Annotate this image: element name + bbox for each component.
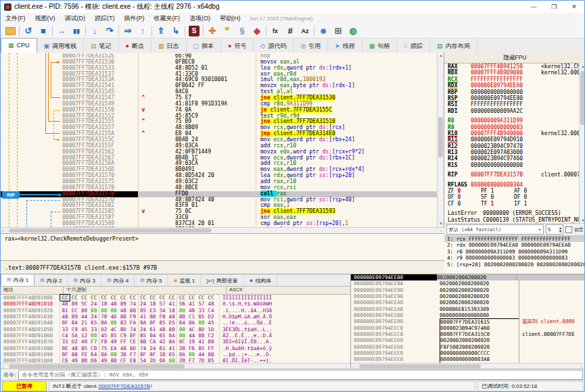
dump-tab-内存 3[interactable]: ▤内存 3: [68, 275, 101, 286]
restart-icon[interactable]: ↺: [21, 24, 36, 38]
menu-item[interactable]: 帮助(H): [215, 14, 245, 23]
stack-row[interactable]: 000000E09794EE880020002000200020: [351, 280, 585, 287]
argument-row[interactable]: 3: r8 000000009A311D99 000000009A311D99: [444, 249, 585, 255]
globe-icon[interactable]: ◍: [346, 24, 360, 38]
register-row-RAX[interactable]: RAX00007FFF4B941250<kernel32.Chec: [444, 64, 585, 70]
stack-row[interactable]: 000000E09794EED00020002000200020: [351, 337, 585, 343]
highlight-az-icon[interactable]: Az: [298, 24, 312, 38]
stack-row[interactable]: 000000E09794EEE800000000000003A8: [351, 356, 585, 362]
dump-row[interactable]: 00007FFF4BD91060C45A12004585C90F8504650A…: [1, 333, 350, 339]
trace-into-icon[interactable]: ↳: [168, 24, 183, 38]
dump-tab-内存 2[interactable]: ▤内存 2: [34, 275, 68, 286]
menu-item[interactable]: 调试(D): [60, 14, 91, 23]
register-row-RBP[interactable]: RBP0000000000000000: [444, 89, 585, 95]
argument-row[interactable]: 5: [rsp+20] 0020002000200020 00200020002…: [444, 262, 585, 268]
stack-row[interactable]: 000000E09794EE980020002000200020: [351, 293, 585, 299]
maximize-button[interactable]: ❒: [544, 1, 564, 13]
flags-row[interactable]: CF 0TF 1IF 1: [444, 201, 585, 207]
person-icon[interactable]: ☻: [316, 24, 331, 38]
stack-row[interactable]: 000000E09794EEC800007FF7DEA315C0client.0…: [351, 331, 585, 337]
step-over-icon[interactable]: ↷: [102, 24, 117, 38]
flag-OF[interactable]: OF 0: [444, 194, 477, 200]
close-button[interactable]: ✕: [564, 1, 584, 13]
dump-row[interactable]: 00007FFF4BD910800E4885C075EA488D74246141…: [1, 345, 350, 351]
register-row-R14[interactable]: R140000023B94C97460: [444, 155, 585, 162]
step-into-icon[interactable]: ↓: [87, 24, 102, 38]
stack-row[interactable]: 000000E09794EEE0000000000000CCCC: [351, 350, 585, 356]
tab-跟踪[interactable]: ∴跟踪: [397, 39, 430, 53]
menu-item[interactable]: 文件(F): [1, 14, 30, 23]
flag-PF[interactable]: PF 1: [477, 188, 511, 194]
disasm-hscrollbar[interactable]: ‹ ›: [1, 227, 444, 233]
tab-符号[interactable]: ●符号: [221, 39, 254, 53]
menu-item[interactable]: 选项(O): [185, 14, 215, 23]
dump-row[interactable]: 00007FFF4BD9105033C94533D24C8D742461488B…: [1, 326, 350, 333]
register-row-RSI[interactable]: RSIFFFFFFFFFFFFFFFF: [444, 101, 585, 107]
disasm-vscrollbar[interactable]: ▲ ▼: [437, 53, 444, 227]
register-row-R13[interactable]: R13000002E097AB3000: [444, 149, 585, 155]
register-row-RCX[interactable]: RCXFFFFFFFFFFFFFFFF: [444, 76, 585, 82]
hash-icon[interactable]: #: [283, 24, 298, 38]
patches-icon[interactable]: ✚: [205, 24, 220, 38]
stack-row[interactable]: 000000E09794EED8F8F5002000200020: [351, 344, 585, 350]
tab-源代码[interactable]: ◇源代码: [254, 39, 294, 53]
register-row-RIP[interactable]: RIP00007FF7DEA3157Bclient.00007F: [444, 172, 585, 178]
pause-icon[interactable]: ▮▮: [69, 24, 84, 38]
dump-tab-局部变量[interactable]: [x=]局部变量: [201, 275, 243, 286]
dump-row[interactable]: 00007FFF4BD910900F88FE640A003BF70F8F1B65…: [1, 351, 350, 358]
menu-item[interactable]: 跟踪(T): [90, 14, 120, 23]
tab-调用堆栈[interactable]: ▣调用堆栈: [37, 39, 85, 53]
dump-tab-结构体[interactable]: ◈结构体: [244, 275, 277, 286]
dump-col-ascii[interactable]: ASCII: [227, 287, 243, 294]
dump-row[interactable]: 00007FFF4BD91000CCCCCCCCCCCCCCCCCCCCCCCC…: [1, 295, 350, 301]
stack-row[interactable]: 000000E09794EEC00000023B94C97460: [351, 325, 585, 331]
flags-row[interactable]: ZF 0PF 1AF 0: [444, 188, 585, 194]
step-out-icon[interactable]: ↑: [135, 24, 150, 38]
dump-tab-监视 1[interactable]: ◉监视 1: [168, 275, 201, 286]
register-row-RSP[interactable]: RSP000000E09794EE80: [444, 95, 585, 101]
scylla-icon[interactable]: S: [187, 24, 202, 38]
dump-row[interactable]: 00007FFF4BD9102081EC80000000488B05E33418…: [1, 308, 350, 314]
magic-eraser-icon[interactable]: ◆: [250, 24, 264, 38]
flag-CF[interactable]: CF 0: [444, 201, 477, 207]
stack-row[interactable]: 000000E09794EEA00020002000200020: [351, 299, 585, 305]
flag-IF[interactable]: IF 1: [511, 201, 544, 207]
menu-item[interactable]: 视图(V): [30, 14, 60, 23]
comments-icon[interactable]: ❞: [220, 24, 235, 38]
stack-row[interactable]: 000000E09794EE900020002000200020: [351, 287, 585, 293]
flags-row[interactable]: OF 0SF 0DF 0: [444, 194, 585, 200]
run-icon[interactable]: →: [54, 24, 69, 38]
breakpoint-address-link[interactable]: 00007FF7DEA3157B: [99, 383, 150, 389]
flag-AF[interactable]: AF 0: [511, 188, 544, 194]
register-row-RFLAGS[interactable]: RFLAGS0000000000000304: [444, 182, 585, 188]
dump-col-address[interactable]: 地址: [1, 287, 64, 294]
dump-tab-内存 5[interactable]: ▤内存 5: [135, 275, 168, 286]
flag-SF[interactable]: SF 0: [477, 194, 511, 200]
menu-item[interactable]: 插件(P): [120, 14, 149, 23]
command-input[interactable]: [18, 370, 583, 380]
stop-icon[interactable]: ■: [36, 24, 51, 38]
dump-row[interactable]: 00007FFF4BD910400F8421650A0083FA0A0F85D5…: [1, 320, 350, 326]
argument-row[interactable]: 4: r9 0000000000000083 0000000000000083: [444, 255, 585, 261]
tab-CPU[interactable]: ▦CPU: [1, 38, 37, 53]
dump-pane[interactable]: ▤内存 1▤内存 2▤内存 3▤内存 4▤内存 5◉监视 1[x=]局部变量◈结…: [1, 274, 351, 369]
dump-row[interactable]: 00007FFF4BD9101048895C241048897424185741…: [1, 301, 350, 307]
tab-脚本[interactable]: ▢脚本: [187, 39, 222, 53]
calculator-icon[interactable]: ⊞: [331, 24, 346, 38]
lock-checkbox[interactable]: [565, 226, 572, 233]
tab-引用[interactable]: ◎引用: [294, 39, 328, 53]
flag-ZF[interactable]: ZF 0: [444, 188, 477, 194]
calling-convention-select[interactable]: 默认 (x64 fastcall)▾: [446, 224, 544, 235]
expression-fx-icon[interactable]: fx: [268, 24, 283, 38]
stack-row[interactable]: 000000E09794EEA8000086E815393309: [351, 306, 585, 312]
register-row-RDI[interactable]: RDI000000000009AA2C: [444, 108, 585, 114]
dump-row[interactable]: 00007FFF4BD9103048894424704D8BF9418BF848…: [1, 314, 350, 320]
register-row-R10[interactable]: R1000007FFF4B940000kernel32.0000: [444, 130, 585, 137]
argument-row[interactable]: 2: rdx 000000E09794EEA0 000000E09794EEA0: [444, 242, 585, 248]
run-to-cursor-icon[interactable]: ⇒: [120, 24, 135, 38]
menu-item[interactable]: 收藏夹(F): [149, 14, 185, 23]
dump-col-hex[interactable]: 十六进制: [64, 287, 227, 294]
flag-TF[interactable]: TF 1: [477, 201, 511, 207]
register-row-R11[interactable]: R11000000E09794D910: [444, 137, 585, 143]
stack-row[interactable]: 000000E09794EEB00000000000000000: [351, 312, 585, 318]
